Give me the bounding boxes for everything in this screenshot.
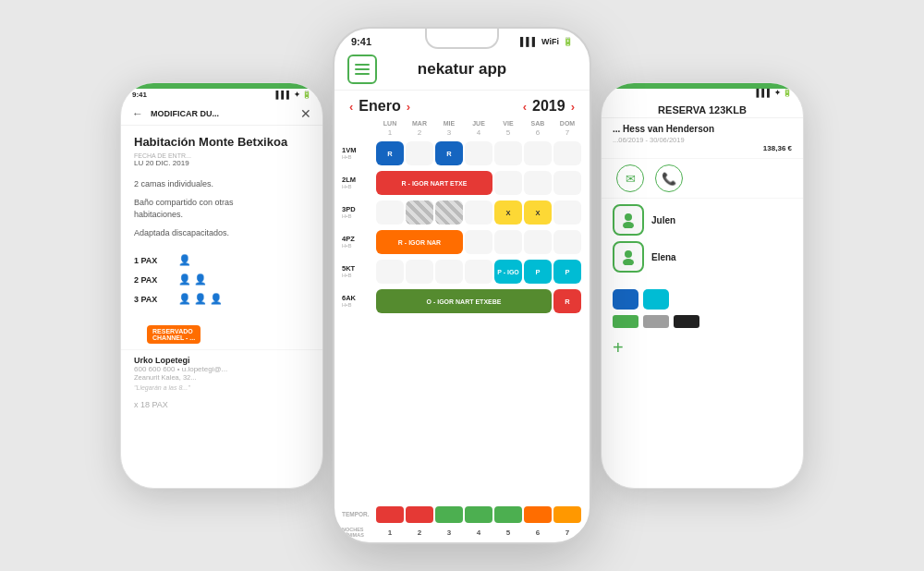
cell-6ak-7[interactable]: R xyxy=(553,289,581,313)
cell-2lm-5[interactable] xyxy=(494,171,522,195)
cell-1vm-1[interactable]: R xyxy=(376,141,404,165)
cell-1vm-5[interactable] xyxy=(494,141,522,165)
right-guests-section: Julen Elena xyxy=(602,199,803,284)
cell-3pd-1[interactable] xyxy=(376,200,404,225)
tempor-cell-1[interactable] xyxy=(376,506,404,523)
room-type-2lm: H•B xyxy=(342,184,375,190)
year-next-btn[interactable]: › xyxy=(569,100,577,114)
cell-3pd-3[interactable] xyxy=(435,200,463,225)
right-price: 138,36 € xyxy=(602,144,803,158)
noches-label: NOCHESMÍNIMAS xyxy=(342,527,375,539)
room-type-1vm: H•B xyxy=(342,154,375,161)
day-num-5: 5 xyxy=(493,128,523,137)
signal-icon: ▌▌▌ xyxy=(520,37,538,46)
cell-5kt-4[interactable] xyxy=(465,260,492,284)
span-6ak[interactable]: O - IGOR NART ETXEBE xyxy=(376,289,552,313)
left-room-header: Habitación Monte Betxikoa FECHA DE ENTR.… xyxy=(121,126,322,171)
menu-line-3 xyxy=(355,73,370,75)
noches-num-4: 4 xyxy=(464,528,493,537)
tempor-cell-4[interactable] xyxy=(465,506,492,523)
right-color-swatches xyxy=(602,284,803,315)
left-pax-row-3: 3 PAX 👤👤👤 xyxy=(134,293,310,305)
cell-4pz-4[interactable] xyxy=(465,230,492,254)
cell-5kt-7[interactable]: P xyxy=(553,260,581,284)
right-plus-btn[interactable]: + xyxy=(602,332,803,364)
month-prev-btn[interactable]: ‹ xyxy=(347,100,355,114)
day-num-4: 4 xyxy=(464,128,493,137)
cell-2lm-6[interactable] xyxy=(524,171,552,195)
cell-5kt-6[interactable]: P xyxy=(524,260,552,284)
cell-3pd-2[interactable] xyxy=(406,200,433,225)
cell-4pz-6[interactable] xyxy=(524,230,552,254)
right-guest1-name: Julen xyxy=(651,215,675,225)
left-close-btn[interactable]: ✕ xyxy=(300,106,311,121)
rooms-container: 1VM H•B R R 2LM H•B R - IGOR NART ETXE xyxy=(334,140,590,506)
right-guest2-name: Elena xyxy=(651,252,676,262)
left-time: 9:41 xyxy=(132,91,147,99)
menu-button[interactable] xyxy=(347,55,377,84)
day-header-lun: LUN xyxy=(375,118,405,128)
span-2lm[interactable]: R - IGOR NART ETXE xyxy=(376,171,492,195)
cell-4pz-7[interactable] xyxy=(553,230,581,254)
right-guest-row-1: Julen xyxy=(613,204,792,236)
month-next-btn[interactable]: › xyxy=(405,100,412,114)
month-nav-group: ‹ Enero › xyxy=(347,98,412,115)
svg-point-2 xyxy=(625,250,632,258)
svg-point-0 xyxy=(625,213,632,221)
tempor-cell-7[interactable] xyxy=(553,506,581,523)
left-phone-content: 9:41 ▌▌▌ ✦ 🔋 ← MODIFICAR DU... ✕ Habitac… xyxy=(121,83,322,488)
room-row-3pd: 3PD H•B X X xyxy=(342,200,582,225)
tempor-cell-2[interactable] xyxy=(406,506,433,523)
cell-1vm-6[interactable] xyxy=(524,141,552,165)
left-reserved-badge: RESERVADOCHANNEL - ... xyxy=(147,325,201,344)
swatch-blue xyxy=(613,289,638,310)
left-date-val: LU 20 DIC. 2019 xyxy=(134,159,310,167)
left-header: ← MODIFICAR DU... ✕ xyxy=(121,103,322,126)
cell-3pd-7[interactable] xyxy=(553,200,581,225)
cell-3pd-4[interactable] xyxy=(465,200,492,225)
room-type-5kt: H•B xyxy=(342,273,375,279)
left-date-label: FECHA DE ENTR... xyxy=(134,152,310,159)
cell-5kt-1[interactable] xyxy=(376,260,404,284)
tempor-cell-5[interactable] xyxy=(494,506,522,523)
left-desc: 2 camas individuales. Baño compartido co… xyxy=(121,171,322,247)
right-color-chips xyxy=(602,315,803,332)
cell-1vm-2[interactable] xyxy=(406,141,433,165)
right-phone-btn[interactable]: 📞 xyxy=(655,164,683,192)
cell-5kt-3[interactable] xyxy=(435,260,463,284)
left-signal: ▌▌▌ ✦ 🔋 xyxy=(276,91,311,99)
cell-2lm-7[interactable] xyxy=(553,171,581,195)
cell-1vm-7[interactable] xyxy=(553,141,581,165)
tempor-cell-3[interactable] xyxy=(435,506,463,523)
tempor-cell-6[interactable] xyxy=(524,506,552,523)
cell-1vm-3[interactable]: R xyxy=(435,141,463,165)
main-time: 9:41 xyxy=(351,36,371,47)
cell-3pd-6[interactable]: X xyxy=(524,200,552,225)
right-email-btn[interactable]: ✉ xyxy=(616,164,644,192)
room-code-6ak: 6AK xyxy=(342,295,375,302)
left-back-btn[interactable]: ← xyxy=(132,107,143,120)
tempor-row: TEMPOR. xyxy=(334,506,590,523)
day-header-jue: JUE xyxy=(464,118,493,128)
svg-point-1 xyxy=(623,222,634,228)
day-num-2: 2 xyxy=(405,128,434,137)
cell-1vm-4[interactable] xyxy=(465,141,492,165)
noches-num-7: 7 xyxy=(553,528,582,537)
menu-line-2 xyxy=(355,68,370,70)
year-prev-btn[interactable]: ‹ xyxy=(521,100,529,114)
day-header-dom: DOM xyxy=(553,118,582,128)
cell-4pz-5[interactable] xyxy=(494,230,522,254)
calendar-nav: ‹ Enero › ‹ 2019 › xyxy=(334,91,590,118)
wifi-icon: WiFi xyxy=(541,37,559,46)
span-4pz[interactable]: R - IGOR NAR xyxy=(376,230,463,254)
left-x18: x 18 PAX xyxy=(121,396,322,413)
span-5kt[interactable]: P - IGO xyxy=(494,260,522,284)
calendar-month: Enero xyxy=(359,98,400,115)
left-user-info: Urko Lopetegi 600 600 600 • u.lopetegi@.… xyxy=(121,349,322,396)
cell-5kt-2[interactable] xyxy=(406,260,433,284)
battery-icon: 🔋 xyxy=(563,37,573,46)
cell-3pd-5[interactable]: X xyxy=(494,200,522,225)
right-reservation-id: RESERVA 123KLB xyxy=(602,101,803,118)
day-header-mar: MAR xyxy=(405,118,434,128)
room-row-1vm: 1VM H•B R R xyxy=(342,140,582,166)
